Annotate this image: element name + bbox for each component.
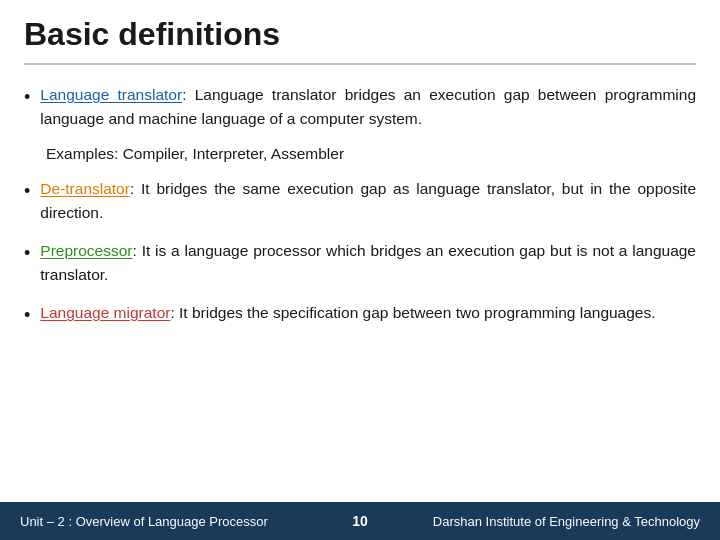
body-2: It bridges the same execution gap as lan… [40,180,696,221]
body-4: It bridges the specification gap between… [175,304,656,321]
bullet-dot-3: • [24,240,30,268]
bullet-dot-2: • [24,178,30,206]
footer-right: Darshan Institute of Engineering & Techn… [398,514,700,529]
list-item-content-2: De-translator: It bridges the same execu… [40,177,696,225]
list-item-content-4: Language migrator: It bridges the specif… [40,301,696,325]
title-divider [24,63,696,65]
page-title: Basic definitions [24,16,696,53]
list-item-language-migrator: • Language migrator: It bridges the spec… [24,301,696,330]
footer-page-number: 10 [322,513,398,529]
term-preprocessor: Preprocessor [40,242,132,259]
footer: Unit – 2 : Overview of Language Processo… [0,502,720,540]
term-language-translator: Language translator [40,86,182,103]
main-content: Basic definitions • Language translator:… [0,0,720,502]
list-item-language-translator: • Language translator: Language translat… [24,83,696,131]
bullet-list: • Language translator: Language translat… [24,83,696,131]
bullet-list-2: • De-translator: It bridges the same exe… [24,177,696,330]
term-de-translator: De-translator [40,180,130,197]
footer-left: Unit – 2 : Overview of Language Processo… [20,514,322,529]
bullet-dot-4: • [24,302,30,330]
list-item-content-3: Preprocessor: It is a language processor… [40,239,696,287]
bullet-dot-1: • [24,84,30,112]
term-language-migrator: Language migrator [40,304,170,321]
list-item-content-1: Language translator: Language translator… [40,83,696,131]
list-item-preprocessor: • Preprocessor: It is a language process… [24,239,696,287]
examples-line: Examples: Compiler, Interpreter, Assembl… [46,145,696,163]
body-3: It is a language processor which bridges… [40,242,696,283]
list-item-de-translator: • De-translator: It bridges the same exe… [24,177,696,225]
